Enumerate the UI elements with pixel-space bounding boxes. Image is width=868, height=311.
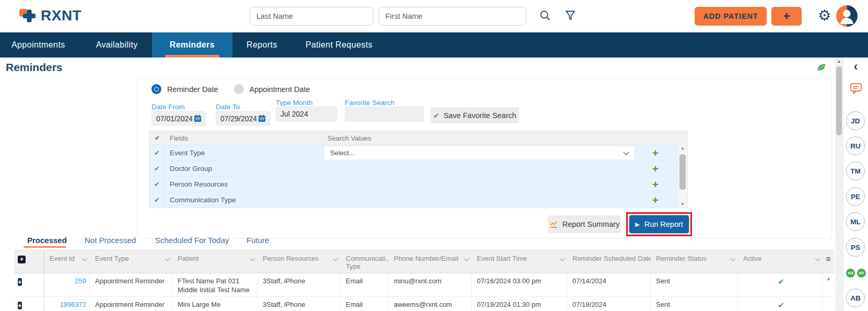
grid-scroll-up-icon[interactable]: ▲ — [826, 276, 831, 281]
top-header: RXNT ADD PATIENT + ⚙ — [0, 0, 868, 32]
expand-all-icon[interactable]: + — [18, 256, 26, 263]
col-communication-type[interactable]: Communicati.. Type — [341, 250, 389, 273]
add-filter-icon[interactable]: + — [634, 163, 677, 174]
report-summary-button[interactable]: Report Summary — [548, 215, 621, 233]
field-row-person-resources: ✔ Person Resources + — [149, 176, 687, 192]
active-check-icon: ✔ — [738, 273, 823, 296]
sidebar-avatar[interactable]: PE — [846, 187, 865, 206]
sidebar-avatar[interactable]: JD — [846, 111, 865, 130]
sidebar-mini-badge[interactable]: H3 — [846, 268, 855, 278]
col-event-id[interactable]: Event Id — [44, 250, 90, 273]
sidebar-avatar[interactable]: PS — [846, 238, 865, 257]
col-patient[interactable]: Patient — [172, 250, 257, 273]
sort-icon[interactable] — [333, 256, 338, 261]
run-report-button[interactable]: ▶ Run Report — [629, 215, 689, 233]
calendar-icon[interactable] — [258, 114, 266, 122]
sidebar-avatar[interactable]: AB — [846, 289, 865, 307]
field-row-communication-type: ✔ Communication Type + — [149, 192, 687, 208]
contacts-sidebar: ‹ JD RU TM PE ML PS H3 H7 AB — [843, 57, 868, 311]
add-filter-icon[interactable]: + — [634, 194, 677, 205]
sort-icon[interactable] — [560, 256, 565, 261]
nav-reminders[interactable]: Reminders — [152, 32, 232, 57]
field-row-event-type: ✔ Event Type Select... + — [149, 145, 687, 160]
sort-icon[interactable] — [83, 256, 88, 261]
grid-row[interactable]: + 1996372 Appointment Reminder Mini Larg… — [14, 297, 834, 311]
date-to-input[interactable]: 07/29/2024 — [216, 111, 271, 126]
col-reminder-status[interactable]: Reminder Status — [651, 250, 738, 273]
event-id-link[interactable]: 1996372 — [44, 297, 90, 311]
nav-availability[interactable]: Availability — [82, 32, 152, 57]
sort-icon[interactable] — [464, 256, 470, 261]
nav-reports[interactable]: Reports — [232, 32, 291, 57]
rxnt-logo[interactable]: RXNT — [18, 6, 81, 26]
last-name-input[interactable] — [250, 7, 373, 26]
nav-appointments[interactable]: Appointments — [0, 32, 82, 57]
col-active[interactable]: Active — [738, 250, 823, 273]
add-filter-icon[interactable]: + — [634, 147, 677, 158]
play-icon: ▶ — [635, 222, 639, 227]
check-icon[interactable]: ✔ — [149, 161, 165, 176]
col-reminder-scheduled-date[interactable]: Reminder Scheduled Date — [567, 250, 651, 273]
event-id-link[interactable]: 259 — [44, 273, 90, 296]
tab-scheduled-for-today[interactable]: Scheduled For Today — [155, 236, 229, 245]
settings-gear-icon[interactable]: ⚙ — [818, 6, 831, 25]
scroll-up-icon[interactable]: ▲ — [835, 59, 843, 64]
nav-patient-requests[interactable]: Patient Requests — [291, 32, 386, 57]
check-icon: ✔ — [433, 111, 439, 120]
check-icon[interactable]: ✔ — [149, 145, 165, 160]
scroll-down-icon[interactable]: ▼ — [678, 202, 687, 206]
search-icon[interactable] — [539, 9, 553, 23]
tab-processed[interactable]: Processed — [27, 236, 67, 245]
col-person-resources[interactable]: Person Resources — [257, 250, 341, 273]
active-check-icon: ✔ — [738, 297, 823, 311]
chat-icon[interactable] — [849, 82, 863, 97]
event-type-select[interactable]: Select... — [324, 146, 634, 159]
grid-header-row: + Event Id Event Type Patient Person Res… — [14, 250, 834, 273]
scroll-up-icon[interactable]: ▲ — [678, 146, 687, 151]
field-row-doctor-group: ✔ Doctor Group + — [149, 160, 687, 176]
expand-row-icon[interactable]: + — [18, 278, 22, 286]
col-event-start-time[interactable]: Event Start Time — [472, 250, 567, 273]
check-icon[interactable]: ✔ — [149, 192, 165, 208]
tab-future[interactable]: Future — [247, 236, 269, 245]
appointment-date-radio[interactable] — [234, 84, 244, 94]
date-mode-radios: Reminder Date Appointment Date — [151, 84, 326, 94]
save-favorite-search-button[interactable]: ✔ Save Favorite Search — [430, 107, 519, 123]
main-navigation: Appointments Availability Reminders Repo… — [0, 32, 868, 57]
scrollbar-thumb[interactable] — [679, 154, 686, 190]
quick-add-button[interactable]: + — [771, 7, 802, 26]
calendar-icon[interactable] — [194, 114, 202, 122]
col-event-type[interactable]: Event Type — [90, 250, 172, 273]
sidebar-avatar[interactable]: RU — [846, 136, 865, 155]
reminder-date-radio-label: Reminder Date — [167, 85, 218, 94]
favorite-search-input[interactable] — [345, 106, 424, 122]
page-scrollbar[interactable]: ▲ — [835, 57, 843, 311]
user-avatar[interactable] — [836, 5, 858, 27]
sort-icon[interactable] — [731, 256, 736, 261]
date-from-input[interactable]: 07/01/2024 — [151, 111, 206, 126]
chevron-down-icon — [623, 149, 629, 155]
expand-row-icon[interactable]: + — [18, 302, 22, 309]
active-tab-underline — [24, 246, 66, 248]
sidebar-avatar[interactable]: ML — [846, 212, 865, 231]
column-menu-icon[interactable]: ≡ — [823, 250, 834, 273]
sort-icon[interactable] — [165, 256, 170, 261]
sort-icon[interactable] — [815, 256, 820, 261]
type-month-input[interactable]: Jul 2024 — [276, 106, 337, 122]
grid-row[interactable]: + 259 Appointment Reminder FTest Name Pa… — [14, 273, 834, 297]
first-name-input[interactable] — [379, 7, 526, 26]
filter-icon[interactable] — [564, 9, 578, 23]
collapse-panel-icon[interactable]: ‹ — [843, 60, 868, 73]
add-filter-icon[interactable]: + — [634, 179, 677, 190]
check-icon: ✔ — [149, 134, 165, 142]
scrollbar-thumb[interactable] — [836, 66, 842, 135]
tab-not-processed[interactable]: Not Processed — [85, 236, 136, 245]
add-patient-button[interactable]: ADD PATIENT — [695, 7, 767, 26]
sidebar-mini-badge[interactable]: H7 — [857, 268, 866, 278]
reminder-date-radio[interactable] — [151, 84, 161, 94]
check-icon[interactable]: ✔ — [149, 177, 165, 192]
fields-table-scrollbar[interactable]: ▲ ▼ — [677, 145, 687, 208]
sort-icon[interactable] — [250, 256, 255, 261]
sidebar-avatar[interactable]: TM — [846, 162, 865, 180]
col-phone-email[interactable]: Phone Number/Email — [389, 250, 472, 273]
